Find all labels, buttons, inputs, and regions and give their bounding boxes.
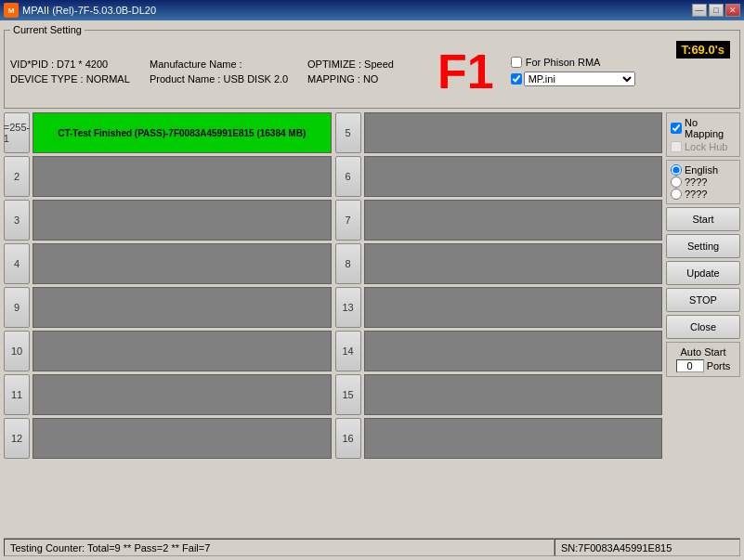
mfr-section: Manufacture Name : Product Name : USB DI…	[150, 59, 307, 85]
port-display	[33, 287, 332, 328]
maximize-button[interactable]: □	[709, 4, 724, 17]
port-row: 4	[4, 243, 332, 284]
port-row: =255-1CT-Test Finished (PASS)-7F0083A459…	[4, 112, 332, 153]
language-radio-1[interactable]	[671, 176, 682, 188]
port-number-button[interactable]: 4	[4, 243, 30, 284]
port-row: 6	[335, 156, 663, 197]
port-display	[364, 418, 663, 459]
port-row: 13	[335, 287, 663, 328]
port-number-button[interactable]: 10	[4, 331, 30, 371]
no-mapping-label: No Mapping	[685, 117, 736, 139]
auto-start-label: Auto Start	[681, 346, 726, 358]
status-right: SN:7F0083A45991E815	[555, 539, 740, 556]
vid-section: VID*PID : D71 * 4200 DEVICE TYPE : NORMA…	[10, 59, 150, 85]
action-buttons: Start Setting Update STOP Close	[666, 207, 740, 339]
port-row: 15	[335, 374, 663, 415]
options-section: No Mapping Lock Hub	[666, 112, 740, 157]
phison-rma-label: For Phison RMA	[526, 57, 601, 68]
port-row: 10	[4, 331, 332, 371]
title-bar: M MPAII (Rel)-7F-5.03.0B-DL20 — □ ✕	[0, 0, 744, 20]
main-area: Current Setting T:69.0's VID*PID : D71 *…	[0, 20, 744, 560]
mp-ini-checkbox[interactable]	[511, 73, 522, 85]
language-label-1: ????	[685, 176, 707, 188]
port-number-button[interactable]: 15	[335, 374, 361, 415]
port-display	[364, 156, 663, 197]
port-display	[33, 156, 332, 197]
port-display	[364, 112, 663, 153]
port-number-button[interactable]: 7	[335, 200, 361, 241]
content-area: =255-1CT-Test Finished (PASS)-7F0083A459…	[4, 112, 740, 534]
ports-grid: =255-1CT-Test Finished (PASS)-7F0083A459…	[4, 112, 662, 534]
port-display	[364, 200, 663, 241]
title-controls: — □ ✕	[692, 4, 740, 17]
language-option: ????	[671, 176, 736, 188]
port-number-button[interactable]: 5	[335, 112, 361, 153]
port-number-button[interactable]: 16	[335, 418, 361, 459]
no-mapping-checkbox[interactable]	[671, 123, 682, 134]
port-display	[33, 200, 332, 241]
optimize-label: OPTIMIZE : Speed	[307, 59, 428, 70]
port-display	[364, 287, 663, 328]
port-number-button[interactable]: 6	[335, 156, 361, 197]
port-number-button[interactable]: 8	[335, 243, 361, 284]
port-row: 14	[335, 331, 663, 371]
language-label-2: ????	[685, 189, 707, 200]
port-display	[33, 374, 332, 415]
port-number-button[interactable]: 2	[4, 156, 30, 197]
port-row: 16	[335, 418, 663, 459]
language-option: ????	[671, 189, 736, 200]
side-controls: No Mapping Lock Hub English???????? Star…	[666, 112, 740, 534]
port-column-1: =255-1CT-Test Finished (PASS)-7F0083A459…	[4, 112, 332, 534]
port-number-button[interactable]: 14	[335, 331, 361, 371]
mp-ini-select[interactable]: MP.ini	[524, 72, 635, 86]
right-options: For Phison RMA MP.ini	[511, 57, 635, 86]
port-row: 2	[4, 156, 332, 197]
port-row: 9	[4, 287, 332, 328]
language-option: English	[671, 164, 736, 176]
port-number-button[interactable]: 9	[4, 287, 30, 328]
port-display	[33, 418, 332, 459]
lock-hub-label: Lock Hub	[685, 141, 727, 152]
auto-start-section: Auto Start Ports	[666, 342, 740, 377]
port-display: CT-Test Finished (PASS)-7F0083A45991E815…	[33, 112, 332, 153]
phison-rma-row: For Phison RMA	[511, 57, 635, 68]
minimize-button[interactable]: —	[692, 4, 707, 17]
lock-hub-checkbox[interactable]	[671, 141, 682, 152]
update-button[interactable]: Update	[666, 261, 740, 285]
port-number-button[interactable]: 12	[4, 418, 30, 459]
title-bar-left: M MPAII (Rel)-7F-5.03.0B-DL20	[4, 3, 156, 18]
timer-display: T:69.0's	[676, 41, 730, 59]
auto-start-input[interactable]	[676, 359, 704, 372]
close-button[interactable]: Close	[666, 315, 740, 339]
current-setting-legend: Current Setting	[10, 24, 85, 35]
radio-group: English????????	[671, 164, 736, 200]
port-number-button[interactable]: 13	[335, 287, 361, 328]
language-label-0: English	[685, 164, 718, 176]
port-number-button[interactable]: 11	[4, 374, 30, 415]
manufacture-label: Manufacture Name :	[150, 59, 307, 70]
mp-dropdown-row: MP.ini	[511, 72, 635, 86]
language-section: English????????	[666, 160, 740, 204]
header-row: T:69.0's VID*PID : D71 * 4200 DEVICE TYP…	[10, 39, 734, 104]
port-display	[364, 243, 663, 284]
vid-pid: VID*PID : D71 * 4200	[10, 59, 150, 70]
port-row: 7	[335, 200, 663, 241]
status-bar: Testing Counter: Total=9 ** Pass=2 ** Fa…	[4, 538, 740, 556]
port-row: 11	[4, 374, 332, 415]
close-window-button[interactable]: ✕	[725, 4, 740, 17]
setting-button[interactable]: Setting	[666, 234, 740, 258]
port-display	[364, 331, 663, 371]
opt-section: OPTIMIZE : Speed MAPPING : NO	[307, 59, 428, 85]
port-row: 5	[335, 112, 663, 153]
port-number-button[interactable]: =255-1	[4, 112, 30, 153]
port-number-button[interactable]: 3	[4, 200, 30, 241]
port-row: 8	[335, 243, 663, 284]
phison-rma-checkbox[interactable]	[511, 57, 522, 68]
start-button[interactable]: Start	[666, 207, 740, 231]
language-radio-2[interactable]	[671, 189, 682, 200]
lock-hub-row: Lock Hub	[671, 141, 736, 152]
language-radio-0[interactable]	[671, 164, 682, 176]
window-title: MPAII (Rel)-7F-5.03.0B-DL20	[22, 5, 156, 16]
port-display	[33, 243, 332, 284]
stop-button[interactable]: STOP	[666, 288, 740, 312]
